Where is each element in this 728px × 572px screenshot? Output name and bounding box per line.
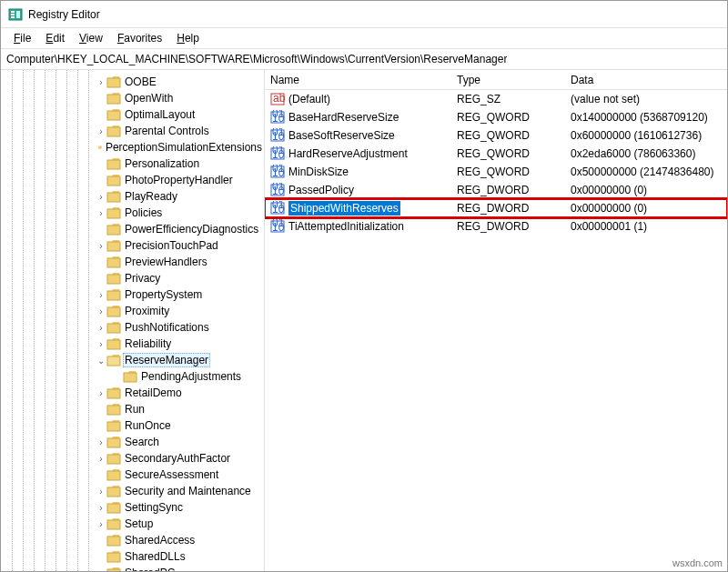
tree-item-label: RunOnce [123, 419, 173, 432]
chevron-right-icon[interactable]: › [96, 487, 106, 497]
column-name[interactable]: Name [265, 72, 451, 88]
chevron-right-icon[interactable]: › [96, 290, 106, 300]
tree-item[interactable]: ›PropertySystem [5, 286, 264, 303]
tree-item[interactable]: ›Search [5, 434, 264, 450]
tree-item[interactable]: ›Parental Controls [5, 123, 264, 139]
tree-item[interactable]: ›Proximity [5, 303, 264, 319]
value-name-cell: 01101001PassedPolicy [265, 183, 451, 197]
tree-item-label: Policies [123, 206, 164, 219]
column-type[interactable]: Type [451, 72, 565, 88]
tree-item[interactable]: SharedAccess [5, 532, 264, 548]
list-row[interactable]: 01101001BaseHardReserveSizeREG_QWORD0x14… [265, 108, 727, 126]
tree-item[interactable]: SecureAssessment [5, 467, 264, 483]
tree-item[interactable]: ›Security and Maintenance [5, 483, 264, 499]
chevron-right-icon[interactable]: › [96, 437, 106, 447]
chevron-right-icon[interactable]: › [96, 503, 106, 513]
menu-file[interactable]: File [6, 30, 38, 46]
tree-item[interactable]: PowerEfficiencyDiagnostics [5, 221, 264, 237]
tree-item[interactable]: ›Policies [5, 205, 264, 221]
tree-item[interactable]: PhotoPropertyHandler [5, 172, 264, 188]
value-name-cell: ab(Default) [265, 92, 451, 106]
tree-item[interactable]: PerceptionSimulationExtensions [5, 139, 264, 156]
tree-item[interactable]: SharedPC [5, 565, 264, 571]
list-row[interactable]: 01101001TiAttemptedInitializationREG_DWO… [265, 217, 727, 236]
folder-icon [106, 223, 121, 236]
tree-item[interactable]: ›Reliability [5, 336, 264, 352]
value-name: MinDiskSize [288, 166, 349, 178]
chevron-right-icon[interactable]: › [96, 126, 106, 136]
menu-help[interactable]: Help [169, 30, 207, 46]
tree-item[interactable]: ⌄ReserveManager [5, 352, 264, 368]
chevron-right-icon[interactable]: › [96, 192, 106, 202]
chevron-right-icon[interactable]: › [96, 323, 106, 333]
value-name-cell: 01101001ShippedWithReserves [265, 201, 451, 216]
folder-icon [106, 108, 121, 121]
chevron-right-icon[interactable]: › [96, 77, 106, 87]
tree-item-label: OOBE [123, 75, 158, 88]
chevron-right-icon[interactable]: › [96, 339, 106, 349]
chevron-right-icon[interactable]: › [96, 454, 106, 464]
chevron-right-icon[interactable]: › [96, 306, 106, 316]
addressbar[interactable]: Computer\HKEY_LOCAL_MACHINE\SOFTWARE\Mic… [1, 48, 727, 70]
value-name: TiAttemptedInitialization [288, 220, 404, 233]
list-row[interactable]: 01101001ShippedWithReservesREG_DWORD0x00… [265, 199, 727, 217]
list-row[interactable]: 01101001PassedPolicyREG_DWORD0x00000000 … [265, 181, 727, 199]
tree-item[interactable]: ›SecondaryAuthFactor [5, 450, 264, 467]
svg-rect-7 [107, 111, 120, 120]
svg-rect-26 [107, 422, 120, 431]
tree-pane[interactable]: ›OOBEOpenWithOptimalLayout›Parental Cont… [1, 70, 265, 571]
tree-item-label: OptimalLayout [123, 108, 197, 121]
menu-edit[interactable]: Edit [38, 30, 72, 46]
value-name: BaseSoftReserveSize [288, 129, 395, 142]
value-data: 0x60000000 (1610612736) [565, 129, 727, 142]
chevron-right-icon[interactable]: › [96, 519, 106, 529]
tree-item[interactable]: OpenWith [5, 90, 264, 106]
tree-item[interactable]: PendingAdjustments [5, 368, 264, 385]
tree-item[interactable]: Privacy [5, 270, 264, 286]
svg-rect-30 [107, 487, 120, 497]
menu-favorites[interactable]: Favorites [110, 30, 169, 46]
menu-view[interactable]: View [72, 30, 110, 46]
folder-icon [106, 75, 121, 88]
list-row[interactable]: 01101001HardReserveAdjustmentREG_QWORD0x… [265, 145, 727, 163]
tree-item[interactable]: RunOnce [5, 417, 264, 434]
tree-item[interactable]: ›PlayReady [5, 188, 264, 205]
value-data: 0x00000000 (0) [565, 202, 727, 215]
tree-item[interactable]: ›PushNotifications [5, 319, 264, 336]
tree-item[interactable]: Personalization [5, 156, 264, 172]
tree-item[interactable]: OptimalLayout [5, 106, 264, 123]
list-row[interactable]: 01101001MinDiskSizeREG_QWORD0x500000000 … [265, 163, 727, 181]
tree-item[interactable]: ›OOBE [5, 74, 264, 90]
tree-item-label: PowerEfficiencyDiagnostics [123, 223, 260, 236]
value-data: 0x2eda6000 (786063360) [565, 147, 727, 160]
tree-item[interactable]: ›RetailDemo [5, 385, 264, 401]
chevron-down-icon[interactable]: ⌄ [96, 356, 106, 366]
list-pane[interactable]: Name Type Data ab(Default)REG_SZ(value n… [265, 70, 727, 571]
svg-rect-4 [16, 11, 20, 18]
tree-item[interactable]: ›SettingSync [5, 499, 264, 516]
tree-item-label: Privacy [123, 272, 162, 285]
chevron-right-icon[interactable]: › [96, 241, 106, 251]
tree-item-label: Proximity [123, 305, 171, 317]
tree-item[interactable]: ›Setup [5, 516, 264, 532]
chevron-right-icon[interactable]: › [96, 388, 106, 398]
tree-item[interactable]: PreviewHandlers [5, 254, 264, 270]
value-name: ShippedWithReserves [288, 201, 400, 216]
chevron-right-icon[interactable]: › [96, 208, 106, 218]
value-data: 0x00000000 (0) [565, 184, 727, 196]
folder-icon [106, 452, 121, 465]
tree-item-label: Security and Maintenance [123, 485, 253, 497]
tree-item[interactable]: ›PrecisionTouchPad [5, 237, 264, 254]
folder-icon [106, 239, 121, 252]
svg-rect-33 [107, 537, 120, 546]
list-row[interactable]: ab(Default)REG_SZ(value not set) [265, 90, 727, 108]
value-data: 0x500000000 (21474836480) [565, 166, 727, 178]
svg-rect-34 [107, 553, 120, 562]
tree-item-label: PendingAdjustments [139, 370, 243, 383]
column-data[interactable]: Data [565, 72, 727, 88]
tree-item[interactable]: Run [5, 401, 264, 417]
list-row[interactable]: 01101001BaseSoftReserveSizeREG_QWORD0x60… [265, 126, 727, 145]
value-name: BaseHardReserveSize [288, 111, 399, 124]
reg-binary-icon: 01101001 [270, 219, 285, 234]
tree-item[interactable]: SharedDLLs [5, 548, 264, 565]
